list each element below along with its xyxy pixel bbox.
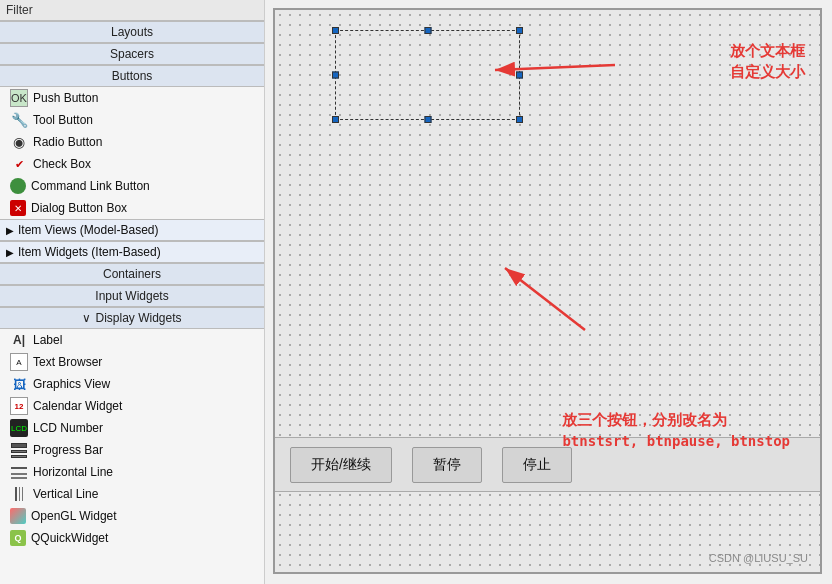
expand-arrow: ∨ [82, 311, 91, 325]
sidebar-item-push-button[interactable]: OK Push Button [0, 87, 264, 109]
annotation-buttons: 放三个按钮，分别改名为 btnstsrt, btnpause, btnstop [562, 409, 790, 453]
tool-icon: 🔧 [10, 111, 28, 129]
qt-designer-window: 开始/继续 暂停 停止 放个文本框 自定义大小 放三个按钮，分别改名为 [273, 8, 822, 574]
handle-mr[interactable] [516, 72, 523, 79]
filter-bar[interactable]: Filter [0, 0, 264, 21]
sidebar-item-command-link-button[interactable]: Command Link Button [0, 175, 264, 197]
annotation-textbox: 放个文本框 自定义大小 [730, 40, 805, 82]
opengl-icon [10, 508, 26, 524]
arrow-icon: ▶ [6, 247, 14, 258]
arrow-icon: ▶ [6, 225, 14, 236]
handle-ml[interactable] [332, 72, 339, 79]
handle-tl[interactable] [332, 27, 339, 34]
section-header-display-widgets[interactable]: ∨ Display Widgets [0, 307, 264, 329]
sidebar-item-qquick-widget[interactable]: Q QQuickWidget [0, 527, 264, 549]
progress-icon [10, 441, 28, 459]
annotation-textbox-text: 放个文本框 自定义大小 [730, 40, 805, 82]
sidebar-item-horizontal-line[interactable]: Horizontal Line [0, 461, 264, 483]
section-header-buttons[interactable]: Buttons [0, 65, 264, 87]
textbrowser-icon: A [10, 353, 28, 371]
lcd-icon: LCD [10, 419, 28, 437]
hline-icon [10, 463, 28, 481]
sidebar-category-item-views[interactable]: ▶ Item Views (Model-Based) [0, 219, 264, 241]
sidebar-item-label[interactable]: A| Label [0, 329, 264, 351]
handle-bl[interactable] [332, 116, 339, 123]
annotation-buttons-line2: btnstsrt, btnpause, btnstop [562, 431, 790, 452]
label-icon: A| [10, 331, 28, 349]
btn-pause[interactable]: 暂停 [412, 447, 482, 483]
section-header-spacers[interactable]: Spacers [0, 43, 264, 65]
section-header-containers[interactable]: Containers [0, 263, 264, 285]
sidebar-item-check-box[interactable]: ✔ Check Box [0, 153, 264, 175]
sidebar-item-vertical-line[interactable]: Vertical Line [0, 483, 264, 505]
filter-label: Filter [6, 3, 33, 17]
ok-icon: OK [10, 89, 28, 107]
main-design-area: 开始/继续 暂停 停止 放个文本框 自定义大小 放三个按钮，分别改名为 [265, 0, 832, 584]
section-header-layouts[interactable]: Layouts [0, 21, 264, 43]
sidebar-item-graphics-view[interactable]: 🖼 Graphics View [0, 373, 264, 395]
selected-text-widget[interactable] [335, 30, 520, 120]
sidebar-item-progress-bar[interactable]: Progress Bar [0, 439, 264, 461]
sidebar-item-tool-button[interactable]: 🔧 Tool Button [0, 109, 264, 131]
widget-sidebar: Filter Layouts Spacers Buttons OK Push B… [0, 0, 265, 584]
check-icon: ✔ [10, 155, 28, 173]
handle-tr[interactable] [516, 27, 523, 34]
vline-icon [10, 485, 28, 503]
sidebar-category-item-widgets[interactable]: ▶ Item Widgets (Item-Based) [0, 241, 264, 263]
dialog-icon: ✕ [10, 200, 26, 216]
sidebar-item-dialog-button-box[interactable]: ✕ Dialog Button Box [0, 197, 264, 219]
qquick-icon: Q [10, 530, 26, 546]
sidebar-item-text-browser[interactable]: A Text Browser [0, 351, 264, 373]
sidebar-item-radio-button[interactable]: ◉ Radio Button [0, 131, 264, 153]
qt-canvas[interactable]: 开始/继续 暂停 停止 [275, 10, 820, 572]
handle-br[interactable] [516, 116, 523, 123]
btn-start[interactable]: 开始/继续 [290, 447, 392, 483]
annotation-buttons-line1: 放三个按钮，分别改名为 [562, 409, 790, 432]
sidebar-content: Layouts Spacers Buttons OK Push Button 🔧… [0, 21, 264, 584]
handle-tm[interactable] [424, 27, 431, 34]
watermark: CSDN @LIUSU_SU [709, 552, 808, 564]
sidebar-item-calendar-widget[interactable]: 12 Calendar Widget [0, 395, 264, 417]
graphics-icon: 🖼 [10, 375, 28, 393]
section-header-input-widgets[interactable]: Input Widgets [0, 285, 264, 307]
cmd-icon [10, 178, 26, 194]
sidebar-item-lcd-number[interactable]: LCD LCD Number [0, 417, 264, 439]
btn-stop[interactable]: 停止 [502, 447, 572, 483]
sidebar-item-opengl-widget[interactable]: OpenGL Widget [0, 505, 264, 527]
radio-icon: ◉ [10, 133, 28, 151]
handle-bm[interactable] [424, 116, 431, 123]
calendar-icon: 12 [10, 397, 28, 415]
